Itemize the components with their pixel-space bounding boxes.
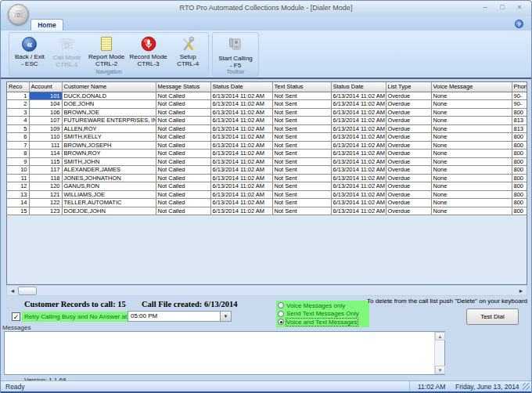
grid-cell-name[interactable]: JONES,JOHNATHON bbox=[62, 174, 156, 182]
grid-cell-msg[interactable]: Not Called bbox=[156, 108, 210, 117]
grid-cell-msg[interactable]: Not Called bbox=[156, 124, 210, 133]
record-mode-button[interactable]: Record ModeCTRL-3 bbox=[128, 34, 169, 67]
grid-cell-account[interactable]: 121 bbox=[29, 190, 62, 199]
minimize-button[interactable]: – bbox=[480, 3, 491, 12]
grid-cell-voice[interactable]: None bbox=[431, 199, 512, 207]
grid-cell-name[interactable]: ALEXANDER,JAMES bbox=[62, 166, 156, 175]
grid-cell-name[interactable]: DUCK,DONALD bbox=[62, 92, 156, 100]
grid-cell-date2[interactable]: 6/13/2014 11:02 AM bbox=[331, 182, 386, 191]
grid-cell-msg[interactable]: Not Called bbox=[156, 100, 210, 109]
grid-cell-name[interactable]: DOE,JOHN bbox=[62, 100, 156, 109]
grid-cell-reco[interactable]: 3 bbox=[7, 108, 29, 117]
back-exit-button[interactable]: « Back / Exit- ESC bbox=[11, 34, 49, 67]
grid-cell-list[interactable]: Overdue bbox=[386, 182, 431, 191]
test-dial-button[interactable]: Test Dial bbox=[466, 308, 519, 325]
grid-cell-phone[interactable]: 813 bbox=[512, 117, 527, 125]
grid-cell-reco[interactable]: 11 bbox=[7, 174, 29, 182]
grid-cell-name[interactable]: FUTUREWARE ENTERPRISES, INC bbox=[62, 117, 156, 125]
grid-cell-list[interactable]: Overdue bbox=[386, 117, 431, 125]
grid-cell-text[interactable]: Not Sent bbox=[272, 199, 331, 207]
grid-cell-account[interactable]: 120 bbox=[29, 182, 62, 191]
grid-cell-reco[interactable]: 14 bbox=[7, 199, 29, 207]
grid-cell-list[interactable]: Overdue bbox=[386, 199, 431, 207]
column-header-reco[interactable]: Reco bbox=[7, 82, 29, 92]
grid-cell-account[interactable]: 123 bbox=[29, 207, 62, 215]
grid-cell-list[interactable]: Overdue bbox=[386, 124, 431, 133]
column-header-customer-name[interactable]: Customer Name bbox=[62, 82, 156, 92]
grid-cell-voice[interactable]: None bbox=[431, 150, 512, 158]
maximize-button[interactable]: □ bbox=[497, 3, 508, 12]
grid-cell-reco[interactable]: 1 bbox=[7, 92, 29, 100]
grid-cell-text[interactable]: Not Sent bbox=[272, 141, 331, 150]
grid-cell-date1[interactable]: 6/13/2014 11:02 AM bbox=[210, 117, 272, 125]
grid-cell-date1[interactable]: 6/13/2014 11:02 AM bbox=[210, 207, 272, 215]
column-header-status-date-2[interactable]: Status Date bbox=[331, 82, 386, 92]
grid-cell-name[interactable]: BROWN,ROY bbox=[62, 150, 156, 158]
grid-cell-date1[interactable]: 6/13/2014 11:02 AM bbox=[210, 199, 272, 207]
grid-cell-reco[interactable]: 12 bbox=[7, 182, 29, 191]
grid-cell-account[interactable]: 107 bbox=[29, 117, 62, 125]
grid-cell-date1[interactable]: 6/13/2014 11:02 AM bbox=[210, 141, 272, 150]
grid-cell-phone[interactable]: 800 bbox=[512, 141, 527, 150]
column-header-message-status[interactable]: Message Status bbox=[156, 82, 210, 92]
grid-cell-reco[interactable]: 10 bbox=[7, 166, 29, 175]
grid-cell-voice[interactable]: None bbox=[431, 190, 512, 199]
retry-time-dropdown[interactable]: 05:00 PM ▼ bbox=[128, 311, 232, 322]
radio-text-only[interactable]: Send Text Messages Only bbox=[278, 310, 368, 319]
grid-cell-list[interactable]: Overdue bbox=[386, 108, 431, 117]
scrollbar-thumb[interactable] bbox=[18, 287, 37, 295]
grid-cell-name[interactable]: DOEJOE,JOHN bbox=[62, 207, 156, 215]
report-mode-button[interactable]: Report ModeCTRL-2 bbox=[85, 34, 127, 67]
grid-cell-date2[interactable]: 6/13/2014 11:02 AM bbox=[331, 150, 386, 158]
grid-cell-phone[interactable]: 90- bbox=[512, 92, 527, 100]
grid-cell-phone[interactable]: 800 bbox=[512, 166, 527, 175]
grid-cell-date1[interactable]: 6/13/2014 11:02 AM bbox=[210, 157, 272, 166]
chevron-down-icon[interactable]: ▼ bbox=[220, 312, 231, 321]
grid-cell-date1[interactable]: 6/13/2014 11:02 AM bbox=[210, 182, 272, 191]
grid-cell-msg[interactable]: Not Called bbox=[156, 182, 210, 191]
grid-cell-date1[interactable]: 6/13/2014 11:02 AM bbox=[210, 100, 272, 109]
grid-cell-text[interactable]: Not Sent bbox=[272, 124, 331, 133]
grid-cell-voice[interactable]: None bbox=[431, 207, 512, 215]
grid-cell-account[interactable]: 101 bbox=[29, 92, 62, 100]
grid-cell-text[interactable]: Not Sent bbox=[272, 182, 331, 191]
grid-cell-phone[interactable]: 813 bbox=[512, 124, 527, 133]
grid-cell-phone[interactable]: 800 bbox=[512, 150, 527, 158]
application-menu-button[interactable]: ☏ bbox=[8, 4, 29, 25]
radio-voice-only[interactable]: Voice Messages only bbox=[278, 301, 368, 310]
grid-cell-msg[interactable]: Not Called bbox=[156, 117, 210, 125]
grid-cell-list[interactable]: Overdue bbox=[386, 150, 431, 158]
grid-cell-msg[interactable]: Not Called bbox=[156, 133, 210, 142]
grid-cell-reco[interactable]: 2 bbox=[7, 100, 29, 109]
grid-cell-text[interactable]: Not Sent bbox=[272, 117, 331, 125]
grid-cell-msg[interactable]: Not Called bbox=[156, 141, 210, 150]
column-header-account[interactable]: Account bbox=[29, 82, 62, 92]
grid-cell-text[interactable]: Not Sent bbox=[272, 100, 331, 109]
grid-cell-name[interactable]: BROWN,JOE bbox=[62, 108, 156, 117]
grid-cell-name[interactable]: SMITH,JOHN bbox=[62, 157, 156, 166]
grid-cell-voice[interactable]: None bbox=[431, 100, 512, 109]
grid-cell-phone[interactable]: 90- bbox=[512, 100, 527, 109]
grid-cell-reco[interactable]: 8 bbox=[7, 150, 29, 158]
grid-cell-voice[interactable]: None bbox=[431, 117, 512, 125]
grid-cell-msg[interactable]: Not Called bbox=[156, 157, 210, 166]
grid-cell-phone[interactable]: 800 bbox=[512, 174, 527, 182]
grid-cell-voice[interactable]: None bbox=[431, 166, 512, 175]
grid-cell-date2[interactable]: 6/13/2014 11:02 AM bbox=[331, 100, 386, 109]
grid-cell-date2[interactable]: 6/13/2014 11:02 AM bbox=[331, 141, 386, 150]
grid-cell-name[interactable]: SMITH,KELLY bbox=[62, 133, 156, 142]
grid-cell-date2[interactable]: 6/13/2014 11:02 AM bbox=[331, 92, 386, 100]
grid-cell-date1[interactable]: 6/13/2014 11:02 AM bbox=[210, 133, 272, 142]
grid-cell-msg[interactable]: Not Called bbox=[156, 199, 210, 207]
grid-cell-reco[interactable]: 15 bbox=[7, 207, 29, 215]
grid-cell-text[interactable]: Not Sent bbox=[272, 150, 331, 158]
column-header-list-type[interactable]: List Type bbox=[386, 82, 431, 92]
messages-textarea[interactable]: ▲ ▼ bbox=[4, 331, 445, 375]
grid-cell-date2[interactable]: 6/13/2014 11:02 AM bbox=[331, 174, 386, 182]
scroll-down-icon[interactable]: ▼ bbox=[435, 366, 445, 374]
grid-cell-date2[interactable]: 6/13/2014 11:02 AM bbox=[331, 124, 386, 133]
column-header-voice-message[interactable]: Voice Message bbox=[431, 82, 512, 92]
grid-cell-account[interactable]: 111 bbox=[29, 141, 62, 150]
grid-cell-list[interactable]: Overdue bbox=[386, 133, 431, 142]
grid-cell-list[interactable]: Overdue bbox=[386, 100, 431, 109]
